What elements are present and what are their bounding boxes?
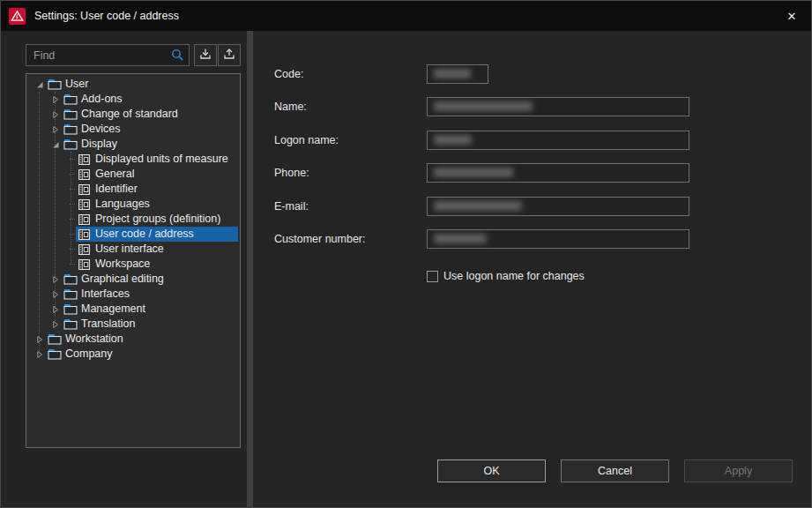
find-input[interactable] xyxy=(26,49,171,62)
panel-splitter[interactable] xyxy=(247,31,253,507)
field-label-code: Code: xyxy=(274,64,303,84)
tree-item-label: User interface xyxy=(92,242,168,257)
tree-item-content[interactable]: Management xyxy=(62,302,238,317)
input-customer-number[interactable] xyxy=(427,229,689,249)
folder-icon xyxy=(63,273,78,286)
tree-item-label: Project groups (definition) xyxy=(92,212,224,227)
checkbox-label: Use logon name for changes xyxy=(443,270,585,282)
settings-page-icon xyxy=(77,258,92,271)
tree-item-content[interactable]: General xyxy=(76,167,238,182)
tree-item-content[interactable]: Workspace xyxy=(76,257,238,272)
expander-collapsed-icon[interactable] xyxy=(49,122,62,137)
folder-icon xyxy=(47,332,62,346)
expander-collapsed-icon[interactable] xyxy=(49,272,62,287)
expander-collapsed-icon[interactable] xyxy=(34,347,46,362)
tree-item-user[interactable]: User xyxy=(26,77,240,92)
tree-item-user-code-address[interactable]: User code / address xyxy=(26,227,240,242)
ok-button[interactable]: OK xyxy=(437,459,546,482)
tree-item-display[interactable]: Display xyxy=(26,137,240,152)
tree-item-identifier[interactable]: Identifier xyxy=(26,182,240,197)
settings-page-icon xyxy=(77,168,92,181)
folder-icon xyxy=(63,318,78,331)
export-icon xyxy=(223,48,235,64)
tree-item-label: Identifier xyxy=(92,182,141,197)
tree-item-devices[interactable]: Devices xyxy=(26,122,240,137)
expander-collapsed-icon[interactable] xyxy=(49,317,62,332)
tree-item-content[interactable]: Company xyxy=(46,347,238,362)
input-logon-name[interactable] xyxy=(427,131,689,150)
tree-item-content[interactable]: Translation xyxy=(62,317,238,332)
navigation-panel: User Add-ons Change of standard Devices … xyxy=(1,31,247,507)
tree-item-change-of-standard[interactable]: Change of standard xyxy=(26,107,240,122)
tree-item-label: Displayed units of measure xyxy=(92,152,232,167)
tree-item-workspace[interactable]: Workspace xyxy=(26,257,240,272)
detail-panel: Code:Name:Logon name:Phone:E-mail:Custom… xyxy=(253,31,811,507)
tree-item-content[interactable]: Project groups (definition) xyxy=(76,212,238,227)
tree-item-project-groups-definition[interactable]: Project groups (definition) xyxy=(26,212,240,227)
settings-tree-rows: User Add-ons Change of standard Devices … xyxy=(26,74,240,362)
tree-item-workstation[interactable]: Workstation xyxy=(26,332,240,347)
tree-item-content[interactable]: Workstation xyxy=(46,332,238,347)
export-settings-button[interactable] xyxy=(218,44,241,66)
expander-expanded-icon[interactable] xyxy=(49,137,62,152)
redacted-value xyxy=(434,234,487,243)
tree-item-add-ons[interactable]: Add-ons xyxy=(26,92,240,107)
checkbox-icon[interactable] xyxy=(427,271,438,282)
tree-item-translation[interactable]: Translation xyxy=(26,317,240,332)
tree-item-user-interface[interactable]: User interface xyxy=(26,242,240,257)
tree-item-label: User xyxy=(62,77,92,92)
folder-icon xyxy=(63,303,78,316)
tree-item-general[interactable]: General xyxy=(26,167,240,182)
tree-item-content[interactable]: Add-ons xyxy=(62,92,238,107)
tree-item-content[interactable]: User interface xyxy=(76,242,238,257)
tree-item-content[interactable]: User code / address xyxy=(76,227,238,242)
tree-item-label: General xyxy=(92,167,138,182)
input-phone[interactable] xyxy=(427,163,689,183)
window-title: Settings: User code / address xyxy=(34,10,179,22)
tree-item-content[interactable]: Display xyxy=(62,137,238,152)
import-icon xyxy=(199,48,212,64)
tree-item-content[interactable]: Graphical editing xyxy=(62,272,238,287)
tree-item-languages[interactable]: Languages xyxy=(26,197,240,212)
tree-item-content[interactable]: Displayed units of measure xyxy=(76,152,238,167)
field-label-logon-name: Logon name: xyxy=(274,131,339,150)
field-label-customer-number: Customer number: xyxy=(274,229,366,249)
expander-collapsed-icon[interactable] xyxy=(49,302,62,317)
expander-collapsed-icon[interactable] xyxy=(49,92,62,107)
tree-item-label: Languages xyxy=(92,197,153,212)
input-e-mail[interactable] xyxy=(427,197,689,216)
close-button[interactable]: ✕ xyxy=(772,1,811,31)
tree-item-interfaces[interactable]: Interfaces xyxy=(26,287,240,302)
tree-item-content[interactable]: User xyxy=(46,77,238,92)
redacted-value xyxy=(434,135,472,145)
import-settings-button[interactable] xyxy=(194,44,217,66)
tree-item-label: Devices xyxy=(78,122,123,137)
use-logon-name-checkbox[interactable]: Use logon name for changes xyxy=(427,269,585,283)
tree-item-content[interactable]: Change of standard xyxy=(62,107,238,122)
folder-icon xyxy=(47,78,62,91)
input-code[interactable] xyxy=(427,64,488,84)
tree-item-content[interactable]: Identifier xyxy=(76,182,238,197)
title-bar[interactable]: Settings: User code / address ✕ xyxy=(1,1,811,31)
expander-expanded-icon[interactable] xyxy=(34,77,46,92)
cancel-button[interactable]: Cancel xyxy=(561,459,669,482)
apply-button[interactable]: Apply xyxy=(684,459,793,482)
tree-item-graphical-editing[interactable]: Graphical editing xyxy=(26,272,240,287)
tree-item-label: User code / address xyxy=(92,227,197,242)
expander-collapsed-icon[interactable] xyxy=(34,332,46,347)
expander-collapsed-icon[interactable] xyxy=(49,287,62,302)
tree-item-label: Change of standard xyxy=(78,107,182,122)
tree-item-displayed-units-of-measure[interactable]: Displayed units of measure xyxy=(26,152,240,167)
expander-collapsed-icon[interactable] xyxy=(49,107,62,122)
tree-item-label: Workspace xyxy=(92,257,153,272)
dialog-body: User Add-ons Change of standard Devices … xyxy=(1,31,811,507)
tree-item-content[interactable]: Languages xyxy=(76,197,238,212)
tree-item-company[interactable]: Company xyxy=(26,347,240,362)
tree-item-content[interactable]: Devices xyxy=(62,122,238,137)
folder-icon xyxy=(63,108,78,121)
search-icon[interactable] xyxy=(171,49,184,62)
input-name[interactable] xyxy=(427,97,689,116)
tree-item-content[interactable]: Interfaces xyxy=(62,287,238,302)
tree-item-management[interactable]: Management xyxy=(26,302,240,317)
field-label-name: Name: xyxy=(274,97,307,116)
